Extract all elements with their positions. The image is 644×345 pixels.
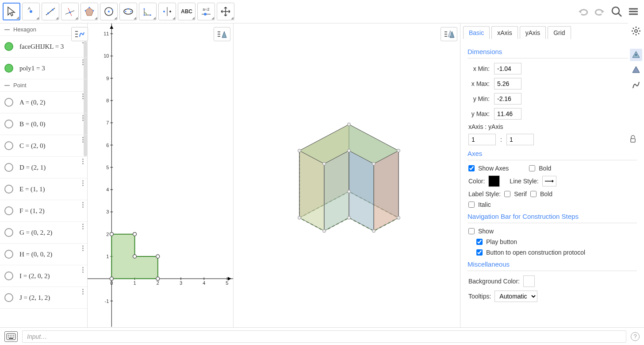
visibility-toggle[interactable]	[4, 271, 13, 280]
search-button[interactable]	[609, 4, 625, 19]
svg-point-23	[169, 11, 171, 12]
line-style-selector[interactable]	[542, 176, 556, 186]
ratio-y-input[interactable]	[506, 134, 534, 145]
svg-point-105	[322, 162, 326, 165]
algebra-style-button[interactable]	[71, 27, 88, 41]
item-menu-icon[interactable]	[79, 267, 86, 273]
visibility-toggle[interactable]	[4, 98, 13, 107]
tooltips-select[interactable]: Automatic	[494, 291, 537, 302]
visibility-toggle[interactable]	[4, 250, 13, 259]
lock-icon[interactable]	[629, 135, 637, 144]
visibility-toggle[interactable]	[4, 228, 13, 237]
reflect-tool[interactable]	[158, 3, 176, 20]
svg-point-96	[397, 216, 400, 219]
item-menu-icon[interactable]	[79, 180, 86, 186]
line-tool[interactable]	[42, 3, 59, 20]
algebra-item[interactable]: I = (2, 0, 2)	[0, 265, 87, 287]
svg-point-97	[372, 229, 376, 233]
algebra-item[interactable]: B = (0, 0)	[0, 113, 87, 135]
item-menu-icon[interactable]	[79, 224, 86, 229]
nav-show-checkbox[interactable]	[468, 228, 475, 234]
tab-basic[interactable]: Basic	[463, 26, 490, 39]
perpendicular-tool[interactable]	[61, 3, 79, 20]
serif-checkbox[interactable]	[504, 191, 510, 197]
svg-point-9	[93, 10, 94, 12]
ratio-x-input[interactable]	[468, 134, 496, 145]
svg-point-112	[10, 335, 11, 336]
svg-point-76	[110, 233, 113, 236]
polygon-tool[interactable]	[80, 3, 98, 20]
visibility-toggle[interactable]	[4, 42, 13, 51]
slider-tool[interactable]: a=2	[197, 3, 215, 20]
move-tool[interactable]	[3, 3, 20, 20]
italic-label: Italic	[478, 201, 491, 208]
graphics-view-3d[interactable]	[234, 23, 460, 327]
nav-play-checkbox[interactable]	[476, 239, 483, 245]
graphics-view-2d[interactable]: 012345-11234567891011	[88, 23, 234, 327]
ymax-input[interactable]	[494, 108, 521, 120]
ellipse-tool[interactable]	[119, 3, 137, 20]
nav-protocol-checkbox[interactable]	[476, 249, 483, 256]
xmin-label: x Min:	[468, 65, 490, 72]
algebra-item[interactable]: E = (1, 1)	[0, 178, 87, 200]
svg-point-108	[635, 30, 637, 32]
algebra-panel: Hexagon faceGHIJKL = 3 poly1 = 3 Point A…	[0, 23, 88, 327]
tab-grid[interactable]: Grid	[548, 26, 571, 39]
italic-checkbox[interactable]	[468, 202, 475, 208]
item-menu-icon[interactable]	[79, 202, 86, 208]
label-bold-checkbox[interactable]	[530, 191, 537, 197]
view-construction-icon[interactable]	[630, 79, 642, 91]
axes-color-swatch[interactable]	[488, 175, 500, 187]
item-menu-icon[interactable]	[79, 59, 86, 65]
item-menu-icon[interactable]	[79, 93, 86, 99]
undo-button[interactable]	[575, 4, 591, 19]
item-menu-icon[interactable]	[79, 159, 86, 164]
graphics3d-style-button[interactable]	[441, 27, 457, 41]
circle-tool[interactable]	[100, 3, 118, 20]
visibility-toggle[interactable]	[4, 120, 13, 128]
tab-yaxis[interactable]: yAxis	[520, 26, 546, 39]
algebra-item[interactable]: G = (0, 2, 2)	[0, 222, 87, 244]
point-tool[interactable]: A	[22, 3, 40, 20]
help-button[interactable]: ?	[631, 332, 640, 341]
angle-tool[interactable]	[139, 3, 157, 20]
item-menu-icon[interactable]	[79, 115, 86, 121]
algebra-item[interactable]: H = (0, 0, 2)	[0, 244, 87, 265]
group-label: Point	[13, 82, 27, 89]
xmin-input[interactable]	[494, 63, 521, 74]
item-menu-icon[interactable]	[79, 289, 86, 295]
menu-button[interactable]	[625, 4, 641, 19]
bg-color-swatch[interactable]	[523, 275, 535, 287]
visibility-toggle[interactable]	[4, 141, 13, 150]
view-graphics-icon[interactable]	[630, 49, 642, 61]
text-tool[interactable]: ABC	[178, 3, 196, 20]
visibility-toggle[interactable]	[4, 185, 13, 194]
visibility-toggle[interactable]	[4, 163, 13, 172]
algebra-item[interactable]: poly1 = 3	[0, 58, 87, 79]
label-bold-label: Bold	[540, 190, 552, 198]
input-bar[interactable]: Input…	[22, 330, 626, 343]
group-header-point[interactable]: Point	[0, 79, 87, 92]
ymin-input[interactable]	[494, 93, 521, 105]
move-graphics-tool[interactable]	[217, 3, 234, 20]
algebra-item[interactable]: C = (2, 0)	[0, 135, 87, 157]
view-3d-icon[interactable]	[630, 64, 642, 76]
virtual-keyboard-button[interactable]	[4, 331, 18, 342]
visibility-toggle[interactable]	[4, 64, 13, 73]
tab-xaxis[interactable]: xAxis	[491, 26, 518, 39]
main-toolbar: A ABC a=2	[0, 0, 644, 23]
redo-button[interactable]	[592, 4, 608, 19]
algebra-item[interactable]: F = (1, 2)	[0, 200, 87, 222]
algebra-item[interactable]: J = (2, 1, 2)	[0, 287, 87, 309]
item-menu-icon[interactable]	[79, 137, 86, 143]
xmax-input[interactable]	[494, 78, 521, 89]
settings-icon[interactable]	[630, 25, 642, 37]
algebra-item[interactable]: D = (2, 1)	[0, 157, 87, 178]
axes-bold-checkbox[interactable]	[529, 165, 535, 171]
visibility-toggle[interactable]	[4, 293, 13, 302]
algebra-item[interactable]: A = (0, 2)	[0, 92, 87, 113]
graphics-style-button[interactable]	[214, 27, 230, 41]
visibility-toggle[interactable]	[4, 206, 13, 215]
item-menu-icon[interactable]	[79, 245, 86, 251]
show-axes-checkbox[interactable]	[468, 165, 475, 171]
